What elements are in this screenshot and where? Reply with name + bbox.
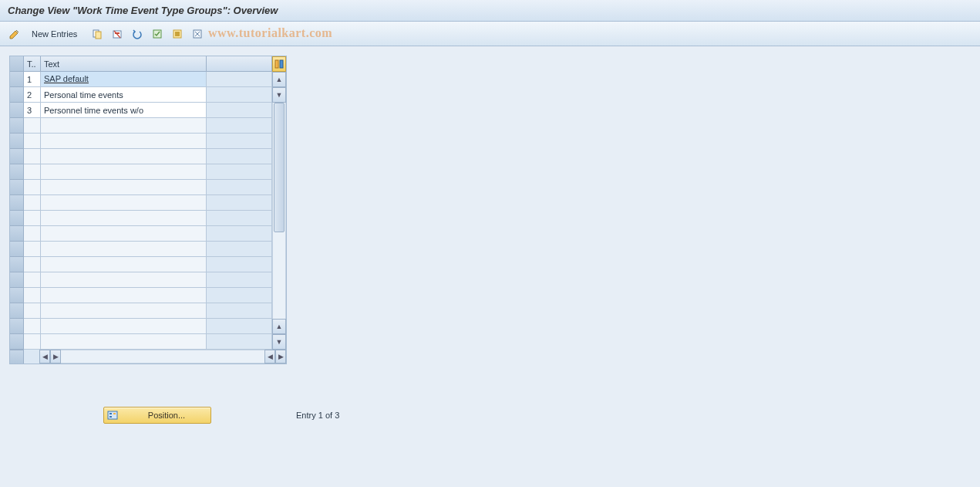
row-selector[interactable] [10, 103, 24, 118]
row-selector[interactable] [10, 180, 24, 195]
row-selector[interactable] [10, 134, 24, 149]
cell-text[interactable] [41, 242, 207, 257]
cell-text[interactable]: SAP default [41, 72, 207, 87]
delete-icon[interactable] [109, 25, 126, 42]
cell-text[interactable] [41, 257, 207, 272]
cell-type[interactable] [24, 226, 41, 242]
scroll-down-icon[interactable]: ▼ [272, 87, 286, 103]
cell-type[interactable] [24, 334, 41, 350]
select-block-icon[interactable] [169, 25, 186, 42]
row-selector[interactable] [10, 149, 24, 164]
cell-type[interactable] [24, 195, 41, 211]
cell-text[interactable] [41, 195, 207, 211]
scroll-down-end-icon[interactable]: ▼ [272, 334, 286, 350]
cell-type[interactable] [24, 180, 41, 195]
copy-icon[interactable] [89, 25, 106, 42]
cell-type[interactable] [24, 134, 41, 149]
row-selector[interactable] [10, 303, 24, 319]
table-row[interactable]: 1SAP default [10, 72, 272, 87]
cell-type[interactable] [24, 164, 41, 180]
scroll-right-end-icon[interactable]: ▶ [275, 350, 286, 364]
position-button[interactable]: Position... [103, 407, 211, 424]
cell-type[interactable]: 3 [24, 103, 41, 118]
cell-type[interactable] [24, 288, 41, 303]
table-row-empty[interactable] [10, 164, 272, 180]
table-row-empty[interactable] [10, 226, 272, 242]
cell-type[interactable] [24, 257, 41, 272]
table-row-empty[interactable] [10, 334, 272, 350]
row-selector[interactable] [10, 226, 24, 242]
cell-type[interactable] [24, 211, 41, 226]
table-row-empty[interactable] [10, 303, 272, 319]
cell-text[interactable] [41, 118, 207, 134]
hscroll-track[interactable] [61, 350, 264, 364]
row-selector[interactable] [10, 164, 24, 180]
cell-type[interactable]: 1 [24, 72, 41, 87]
horizontal-scrollbar[interactable]: ◀ ▶ ◀ ▶ [10, 350, 286, 364]
cell-text[interactable] [41, 226, 207, 242]
cell-type[interactable] [24, 303, 41, 319]
table-row[interactable]: 3Personnel time events w/o [10, 103, 272, 118]
table-row-empty[interactable] [10, 149, 272, 164]
cell-type[interactable]: 2 [24, 87, 41, 103]
scroll-left-end-icon[interactable]: ◀ [264, 350, 275, 364]
row-selector[interactable] [10, 72, 24, 87]
cell-type[interactable] [24, 319, 41, 334]
table-row-empty[interactable] [10, 319, 272, 334]
column-header-text[interactable]: Text [41, 56, 207, 72]
row-selector-header[interactable] [10, 56, 24, 72]
row-selector[interactable] [10, 272, 24, 288]
cell-text[interactable] [41, 303, 207, 319]
table-row[interactable]: 2Personal time events [10, 87, 272, 103]
scroll-up-icon[interactable]: ▲ [272, 72, 286, 87]
table-row-empty[interactable] [10, 242, 272, 257]
table-row-empty[interactable] [10, 272, 272, 288]
cell-text[interactable] [41, 149, 207, 164]
cell-type[interactable] [24, 242, 41, 257]
column-header-type[interactable]: T.. [24, 56, 41, 72]
scroll-left-icon[interactable]: ◀ [39, 350, 50, 364]
row-selector[interactable] [10, 288, 24, 303]
new-entries-button[interactable]: New Entries [26, 25, 83, 42]
cell-text[interactable] [41, 180, 207, 195]
cell-text[interactable] [41, 288, 207, 303]
cell-type[interactable] [24, 118, 41, 134]
table-settings-icon[interactable] [272, 56, 286, 72]
deselect-all-icon[interactable] [189, 25, 206, 42]
cell-text[interactable] [41, 319, 207, 334]
undo-icon[interactable] [129, 25, 146, 42]
row-selector[interactable] [10, 242, 24, 257]
table-row-empty[interactable] [10, 257, 272, 272]
svg-rect-12 [109, 416, 112, 418]
row-selector[interactable] [10, 334, 24, 350]
table-row-empty[interactable] [10, 211, 272, 226]
cell-text[interactable]: Personal time events [41, 87, 207, 103]
cell-text[interactable] [41, 134, 207, 149]
table-row-empty[interactable] [10, 180, 272, 195]
row-selector[interactable] [10, 87, 24, 103]
cell-type[interactable] [24, 149, 41, 164]
cell-spacer [207, 72, 272, 87]
change-icon[interactable] [6, 25, 23, 42]
table-row-empty[interactable] [10, 118, 272, 134]
cell-text[interactable] [41, 334, 207, 350]
cell-text[interactable] [41, 211, 207, 226]
row-selector[interactable] [10, 195, 24, 211]
select-all-icon[interactable] [149, 25, 166, 42]
table-row-empty[interactable] [10, 134, 272, 149]
cell-text[interactable] [41, 164, 207, 180]
row-selector[interactable] [10, 211, 24, 226]
row-selector[interactable] [10, 257, 24, 272]
cell-text[interactable]: Personnel time events w/o [41, 103, 207, 118]
scroll-thumb[interactable] [274, 103, 285, 232]
scroll-track[interactable] [272, 103, 286, 319]
cell-text[interactable] [41, 272, 207, 288]
row-selector[interactable] [10, 118, 24, 134]
table-row-empty[interactable] [10, 288, 272, 303]
table-row-empty[interactable] [10, 195, 272, 211]
scroll-right-icon[interactable]: ▶ [50, 350, 61, 364]
scroll-up-end-icon[interactable]: ▲ [272, 319, 286, 334]
vertical-scrollbar[interactable]: ▲ ▼ ▲ ▼ [272, 72, 286, 350]
cell-type[interactable] [24, 272, 41, 288]
row-selector[interactable] [10, 319, 24, 334]
